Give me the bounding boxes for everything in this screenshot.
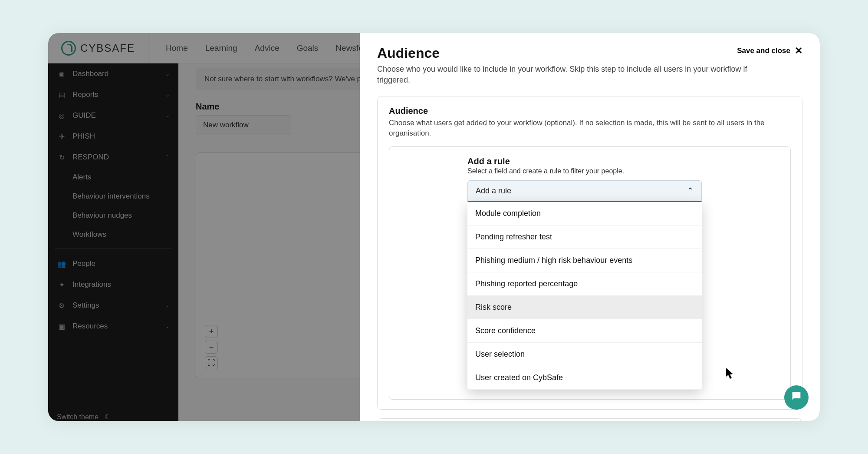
dropdown-option-module-completion[interactable]: Module completion [467, 202, 702, 225]
chat-button[interactable] [784, 385, 809, 410]
chevron-up-icon: ⌃ [687, 186, 694, 196]
save-and-close-button[interactable]: Save and close ✕ [737, 45, 802, 56]
audience-card: Audience Choose what users get added to … [377, 96, 802, 410]
rule-subtitle: Select a field and create a rule to filt… [467, 167, 777, 175]
configuration-card: Configuration options Re-enter your peop… [377, 418, 802, 421]
cursor-icon [726, 368, 735, 382]
dropdown-option-risk-score[interactable]: Risk score [467, 296, 702, 319]
drawer-subtitle: Choose who you would like to include in … [377, 64, 776, 86]
dropdown-option-user-selection[interactable]: User selection [467, 343, 702, 366]
dropdown-option-phishing-events[interactable]: Phishing medium / high risk behaviour ev… [467, 249, 702, 272]
audience-drawer: Audience Save and close ✕ Choose who you… [360, 33, 820, 421]
rule-title: Add a rule [467, 156, 777, 166]
dropdown-option-score-confidence[interactable]: Score confidence [467, 319, 702, 343]
dropdown-placeholder: Add a rule [476, 186, 511, 196]
dropdown-option-phishing-reported[interactable]: Phishing reported percentage [467, 272, 702, 296]
save-close-label: Save and close [737, 46, 790, 55]
audience-card-subtitle: Choose what users get added to your work… [389, 118, 791, 139]
drawer-title: Audience [377, 45, 440, 61]
close-icon[interactable]: ✕ [795, 45, 802, 56]
dropdown-option-pending-refresher[interactable]: Pending refresher test [467, 225, 702, 249]
chat-icon [790, 390, 802, 405]
audience-card-title: Audience [389, 106, 791, 116]
rule-box: Add a rule Select a field and create a r… [389, 146, 791, 400]
dropdown-list: Module completion Pending refresher test… [467, 202, 702, 390]
add-rule-dropdown[interactable]: Add a rule ⌃ [467, 180, 702, 202]
dropdown-option-user-created[interactable]: User created on CybSafe [467, 366, 702, 390]
